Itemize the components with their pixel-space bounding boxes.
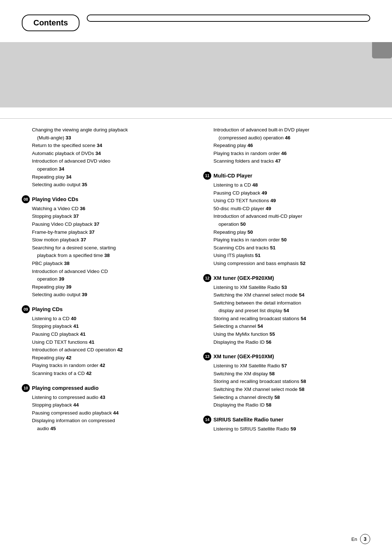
section-09-header: 09 Playing CDs [22,305,189,313]
section-08: 08 Playing Video CDs Watching a Video CD… [22,195,189,299]
section-09: 09 Playing CDs Listening to a CD 40 Stop… [22,305,189,378]
top-bar [0,42,392,107]
entry-repeat-vcd: Repeating play 39 [32,283,189,291]
section-09-entries: Listening to a CD 40 Stopping playback 4… [22,315,189,378]
right-intro-entries: Introduction of advanced built-in DVD pl… [203,126,370,165]
entry-compress-bass: Using compression and bass emphasis 52 [213,260,370,268]
left-intro-entries: Changing the viewing angle during playba… [22,126,189,189]
entry-scan-folders: Scanning folders and tracks 47 [213,157,370,165]
entry-listen-cd: Listening to a CD 40 [32,315,189,323]
entry-scan-cd: Scanning tracks of a CD 42 [32,370,189,378]
contents-title: Contents [22,15,79,31]
entry-repeat-dvd2: Repeating play 46 [213,142,370,150]
entry-adv-dvd-player: Introduction of advanced built-in DVD pl… [213,126,370,134]
section-12-header: 12 XM tuner (GEX-P920XM) [203,274,370,282]
entry-pause-mcd: Pausing CD playback 49 [213,189,370,197]
entry-adv-vcd: Introduction of advanced Video CD [32,268,189,276]
section-09-number: 09 [22,305,30,313]
section-10: 10 Playing compressed audio Listening to… [22,384,189,433]
section-08-number: 08 [22,195,30,203]
entry-listen-sirius: Listening to SIRIUS Satellite Radio 59 [213,425,370,433]
entry-store-xm920: Storing and recalling broadcast stations… [213,315,370,323]
footer: En 3 [351,534,370,544]
entry-pause-comp: Pausing compressed audio playback 44 [32,409,189,417]
entry-listen-mcd: Listening to a CD 48 [213,181,370,189]
section-12-title: XM tuner (GEX-P920XM) [213,275,274,281]
entry-comp-audio-op: (compressed audio) operation 46 [213,134,370,142]
section-10-title: Playing compressed audio [32,385,99,391]
entry-store-xm910: Storing and recalling broadcast stations… [213,378,370,385]
entry-listen-xm920: Listening to XM Satellite Radio 53 [213,283,370,291]
entry-stop-cd: Stopping playback 41 [32,322,189,330]
section-10-number: 10 [22,384,30,392]
entry-random-dvd2: Playing tracks in random order 46 [213,150,370,158]
section-13: 13 XM tuner (GEX-P910XM) Listening to XM… [203,352,370,409]
entry-adv-vcd-op: operation 39 [32,275,189,283]
entry-random-cd: Playing tracks in random order 42 [32,362,189,370]
section-14-entries: Listening to SIRIUS Satellite Radio 59 [203,425,370,433]
left-intro-section: Changing the viewing angle during playba… [22,126,189,189]
entry-cdtext: Using CD TEXT functions 41 [32,338,189,346]
section-11: 11 Multi-CD Player Listening to a CD 48 … [203,172,370,268]
section-08-entries: Watching a Video CD 36 Stopping playback… [22,205,189,299]
section-12-number: 12 [203,274,211,282]
entry-stop-vcd: Stopping playback 37 [32,212,189,220]
left-column: Changing the viewing angle during playba… [22,126,189,439]
entry-search-vcd-time: playback from a specified time 38 [32,252,189,260]
entry-switch-xm910-display: Switching the XM display 58 [213,370,370,378]
section-11-title: Multi-CD Player [213,173,252,179]
entry-adv-dvd: Introduction of advanced DVD video [32,157,189,165]
section-11-entries: Listening to a CD 48 Pausing CD playback… [203,181,370,268]
entry-repeat-cd: Repeating play 42 [32,354,189,362]
section-14-title: SIRIUS Satellite Radio tuner [213,417,283,423]
entry-viewing-angle: Changing the viewing angle during playba… [32,126,189,134]
entry-radio-id-910: Displaying the Radio ID 58 [213,401,370,409]
entry-adv-dvd-op: operation 34 [32,165,189,173]
entry-display-comp-audio: audio 45 [32,425,189,433]
entry-slow-vcd: Slow motion playback 37 [32,236,189,244]
section-13-entries: Listening to XM Satellite Radio 57 Switc… [203,362,370,409]
entry-adv-mcd-op: operation 50 [213,220,370,228]
entry-repeat-mcd: Repeating play 50 [213,228,370,236]
section-13-header: 13 XM tuner (GEX-P910XM) [203,352,370,360]
entry-random-mcd: Playing tracks in random order 50 [213,236,370,244]
footer-page-number: 3 [360,534,370,544]
entry-switch-detail: Switching between the detail information [213,299,370,307]
section-13-number: 13 [203,352,211,360]
section-10-header: 10 Playing compressed audio [22,384,189,392]
entry-switch-xm910-mode: Switching the XM channel select mode 58 [213,385,370,393]
entry-switch-xm920-mode: Switching the XM channel select mode 54 [213,291,370,299]
section-11-number: 11 [203,172,211,180]
entry-its: Using ITS playlists 51 [213,252,370,260]
entry-display-comp: Displaying information on compressed [32,417,189,425]
section-08-header: 08 Playing Video CDs [22,195,189,203]
entry-50disc: 50-disc multi-CD player 49 [213,205,370,213]
entry-scan-mcd: Scanning CDs and tracks 51 [213,244,370,252]
entry-audio-out-dvd: Selecting audio output 35 [32,181,189,189]
section-13-title: XM tuner (GEX-P910XM) [213,354,274,359]
section-09-title: Playing CDs [32,306,63,312]
entry-repeat-dvd: Repeating play 34 [32,173,189,181]
entry-adv-cd: Introduction of advanced CD operation 42 [32,346,189,354]
entry-frame-vcd: Frame-by-frame playback 37 [32,228,189,236]
entry-pause-cd: Pausing CD playback 41 [32,330,189,338]
section-12-entries: Listening to XM Satellite Radio 53 Switc… [203,283,370,346]
entry-audio-vcd: Selecting audio output 39 [32,291,189,299]
entry-radio-id-920: Displaying the Radio ID 56 [213,338,370,346]
entry-select-ch-xm910: Selecting a channel directly 58 [213,393,370,401]
entry-select-ch-xm920: Selecting a channel 54 [213,322,370,330]
entry-multi-angle: (Multi-angle) 33 [32,134,189,142]
entry-auto-dvd: Automatic playback of DVDs 34 [32,150,189,158]
entry-search-vcd: Searching for a desired scene, starting [32,244,189,252]
footer-en-label: En [351,536,357,542]
section-14: 14 SIRIUS Satellite Radio tuner Listenin… [203,416,370,433]
page: Contents Changing the viewing angle duri… [0,0,392,555]
entry-switch-detail-display: display and preset list display 54 [213,307,370,315]
section-08-title: Playing Video CDs [32,196,78,202]
divider [0,118,392,119]
section-12: 12 XM tuner (GEX-P920XM) Listening to XM… [203,274,370,346]
entry-return-scene: Return to the specified scene 34 [32,142,189,150]
entry-stop-comp: Stopping playback 44 [32,401,189,409]
entry-pbc: PBC playback 38 [32,260,189,268]
header-right-box [87,15,370,22]
